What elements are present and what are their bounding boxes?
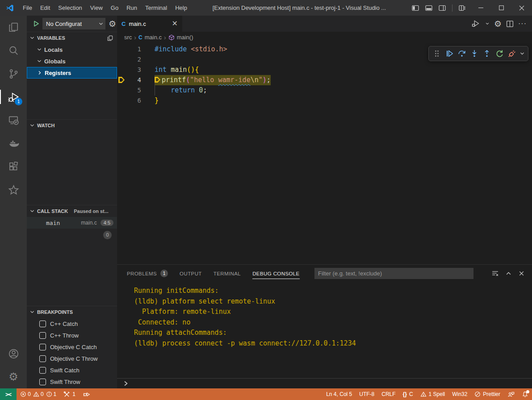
menu-selection[interactable]: Selection [54, 0, 86, 16]
code-line[interactable]: 3int main(){ [117, 65, 532, 75]
start-debug-icon[interactable] [33, 21, 39, 27]
debug-status[interactable] [79, 388, 94, 400]
problems-status[interactable]: 0 0 1 [17, 388, 60, 400]
breadcrumb-folder[interactable]: src [124, 34, 132, 41]
more-actions-icon[interactable]: ··· [518, 20, 527, 28]
line-number[interactable]: 1 [126, 44, 141, 54]
variables-scope-locals[interactable]: Locals [27, 44, 117, 55]
breakpoint-gutter[interactable] [117, 65, 126, 75]
close-window-button[interactable] [511, 0, 532, 16]
encoding-status[interactable]: UTF-8 [356, 388, 378, 400]
watch-header[interactable]: WATCH [27, 120, 117, 131]
variables-scope-registers[interactable]: Registers [27, 67, 117, 79]
feedback-status[interactable] [504, 388, 518, 400]
editor-settings-gear-icon[interactable]: ⚙ [494, 20, 502, 28]
chevron-down-icon[interactable] [485, 21, 490, 26]
restart-icon[interactable] [493, 48, 505, 60]
menu-help[interactable]: Help [171, 0, 191, 16]
menu-go[interactable]: Go [107, 0, 122, 16]
disconnect-icon[interactable] [506, 48, 518, 60]
code-line[interactable]: 4printf("hello wamr-ide\n"); [117, 75, 532, 85]
spell-checker-status[interactable]: 1 Spell [417, 388, 449, 400]
code-line[interactable]: 6} [117, 96, 532, 106]
breakpoint-gutter[interactable] [117, 54, 126, 65]
line-number[interactable]: 6 [126, 96, 141, 106]
run-and-debug-icon[interactable]: 1 [0, 85, 27, 108]
copy-value-icon[interactable] [107, 35, 113, 42]
account-icon[interactable] [0, 342, 27, 365]
breakpoint-gutter[interactable] [117, 85, 126, 96]
call-stack-header[interactable]: CALL STACK Paused on st... [27, 205, 117, 217]
formatter-status[interactable]: Prettier [471, 388, 504, 400]
breakpoint-checkbox[interactable] [39, 332, 46, 339]
step-out-icon[interactable] [481, 48, 493, 60]
close-panel-icon[interactable] [518, 270, 525, 277]
run-or-debug-icon[interactable] [471, 19, 481, 28]
code-line[interactable]: 5 return 0; [117, 85, 532, 96]
menu-terminal[interactable]: Terminal [141, 0, 171, 16]
debug-session-chevron-icon[interactable] [518, 48, 526, 60]
extensions-icon[interactable] [0, 155, 27, 178]
close-tab-icon[interactable]: ✕ [172, 20, 178, 27]
tab-main-c[interactable]: C main.c ✕ [117, 16, 182, 32]
settings-gear-icon[interactable]: ⚙ [0, 365, 27, 388]
tab-debug-console[interactable]: DEBUG CONSOLE [252, 265, 300, 282]
eol-status[interactable]: CRLF [378, 388, 399, 400]
search-icon[interactable] [0, 39, 27, 62]
breakpoint-checkbox[interactable] [39, 355, 46, 362]
cursor-position[interactable]: Ln 4, Col 5 [323, 388, 356, 400]
toggle-sidebar-icon[interactable] [412, 4, 419, 12]
clear-console-icon[interactable] [491, 270, 499, 277]
debug-console-input[interactable] [117, 378, 532, 388]
breadcrumb-file[interactable]: main.c [145, 34, 162, 41]
debug-configuration-select[interactable]: No Configurat [42, 18, 105, 29]
toolchain-status[interactable]: 1 [60, 388, 79, 400]
minimize-button[interactable] [470, 0, 491, 16]
explorer-icon[interactable] [0, 16, 27, 39]
breakpoint-checkbox[interactable] [39, 367, 46, 374]
notifications-status[interactable] [518, 388, 532, 400]
split-editor-icon[interactable] [506, 20, 514, 28]
breakpoint-gutter[interactable] [117, 96, 126, 106]
tab-problems[interactable]: PROBLEMS 1 [127, 265, 168, 282]
toolbar-drag-grip[interactable] [431, 48, 443, 60]
line-number[interactable]: 2 [126, 54, 141, 65]
tab-output[interactable]: OUTPUT [180, 265, 202, 282]
line-number[interactable]: 4 [126, 75, 141, 85]
debug-settings-gear-icon[interactable]: ⚙ [109, 20, 116, 28]
toggle-secondary-sidebar-icon[interactable] [439, 4, 446, 12]
step-into-icon[interactable] [468, 48, 480, 60]
line-number[interactable]: 5 [126, 85, 141, 96]
breakpoint-checkbox[interactable] [39, 379, 46, 385]
line-number[interactable]: 3 [126, 65, 141, 75]
menu-run[interactable]: Run [122, 0, 141, 16]
menu-edit[interactable]: Edit [36, 0, 54, 16]
stack-frame-row[interactable]: main main.c 4:5 [27, 217, 117, 229]
maximize-panel-chevron-icon[interactable] [505, 270, 512, 277]
variables-header[interactable]: VARIABLES [27, 32, 117, 44]
menu-file[interactable]: File [19, 0, 36, 16]
code-editor[interactable]: 1#include <stdio.h>23int main(){4printf(… [117, 43, 532, 264]
maximize-button[interactable] [491, 0, 511, 16]
variables-scope-globals[interactable]: Globals [27, 55, 117, 67]
remote-explorer-icon[interactable] [0, 108, 27, 132]
step-over-icon[interactable] [456, 48, 468, 60]
menu-view[interactable]: View [86, 0, 107, 16]
breakpoint-gutter[interactable] [117, 44, 126, 54]
breadcrumb-symbol[interactable]: main() [177, 34, 193, 41]
docker-icon[interactable] [0, 132, 27, 155]
star-icon[interactable] [0, 178, 27, 201]
breakpoint-checkbox[interactable] [39, 321, 46, 327]
tab-terminal[interactable]: TERMINAL [214, 265, 241, 282]
breakpoint-gutter[interactable] [117, 75, 126, 85]
customize-layout-icon[interactable] [459, 4, 466, 12]
source-control-icon[interactable] [0, 62, 27, 85]
breakpoint-checkbox[interactable] [39, 344, 46, 350]
breakpoints-header[interactable]: BREAKPOINTS [27, 306, 117, 318]
console-filter-input[interactable] [314, 268, 473, 279]
toggle-panel-icon[interactable] [425, 4, 432, 12]
platform-status[interactable]: Win32 [448, 388, 471, 400]
language-mode[interactable]: {} C [399, 388, 417, 400]
remote-indicator[interactable]: >< [0, 388, 17, 400]
continue-icon[interactable] [443, 48, 455, 60]
